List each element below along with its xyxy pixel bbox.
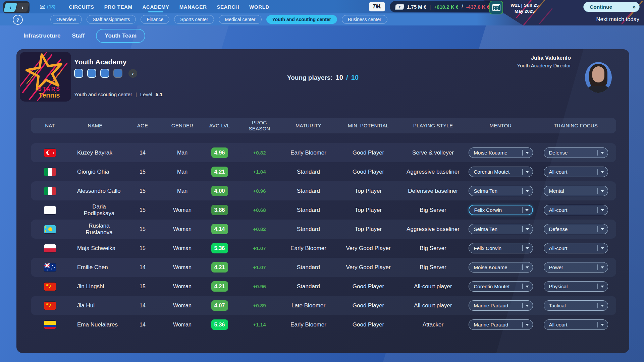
nav-world[interactable]: WORLD — [249, 0, 269, 13]
player-row-jin-lingshi[interactable]: Jin Lingshi15Woman4.21+0.96StandardGood … — [31, 277, 616, 296]
help-button[interactable]: ? — [13, 15, 23, 25]
training-focus-dropdown[interactable]: All-court — [544, 243, 608, 253]
tab-infrastructure[interactable]: Infrastructure — [23, 29, 61, 42]
col-header-maturity: MATURITY — [280, 123, 336, 128]
mentor-dropdown-value: Moise Kouame — [474, 150, 520, 156]
min-potential-cell: Top Player — [336, 207, 400, 214]
prog-season-cell: +0.89 — [238, 303, 280, 308]
australia-flag-icon — [44, 263, 56, 272]
chevron-down-icon — [525, 209, 529, 211]
prog-season-cell: +0.82 — [238, 226, 280, 232]
tab-staff[interactable]: Staff — [72, 29, 85, 42]
nav-manager[interactable]: MANAGER — [179, 0, 207, 13]
avg-level-cell: 4.07 — [201, 300, 238, 311]
player-row-kuzey-bayrak[interactable]: Kuzey Bayrak14Man4.96+0.82Early BloomerG… — [31, 143, 616, 162]
player-row-maja-schweika[interactable]: Maja Schweika15Woman5.36+1.07Early Bloom… — [31, 239, 616, 258]
continue-label: Continue — [590, 4, 612, 10]
training-focus-dropdown-value: All-court — [549, 169, 595, 175]
training-focus-dropdown[interactable]: Tactical — [544, 300, 608, 311]
player-row-giorgio-ghia[interactable]: Giorgio Ghia15Man4.21+1.04StandardGood P… — [31, 162, 616, 181]
forward-button[interactable]: › — [16, 3, 30, 12]
mentor-dropdown-value: Corentin Moutet — [474, 284, 520, 289]
chevron-down-icon — [601, 209, 604, 211]
dropdown-divider — [597, 284, 598, 289]
col-header-age: AGE — [121, 123, 164, 128]
training-focus-cell: Defense — [535, 147, 616, 158]
tab-youth-team[interactable]: Youth Team — [96, 29, 145, 43]
nav-search[interactable]: SEARCH — [217, 0, 239, 13]
player-age: 14 — [121, 322, 164, 328]
player-row-ruslana-ruslanova[interactable]: Ruslana Ruslanova15Woman4.14+0.82Standar… — [31, 220, 616, 239]
mentor-dropdown[interactable]: Felix Corwin — [469, 205, 533, 215]
training-focus-dropdown-value: All-court — [549, 322, 595, 327]
subnav-finance[interactable]: Finance — [141, 15, 169, 24]
dropdown-divider — [597, 264, 598, 270]
prog-season-cell: +0.96 — [238, 188, 280, 194]
training-focus-cell: All-court — [535, 243, 616, 253]
training-focus-dropdown[interactable]: Mental — [544, 186, 608, 196]
training-focus-dropdown[interactable]: All-court — [544, 167, 608, 177]
dropdown-divider — [597, 169, 598, 175]
mentor-dropdown[interactable]: Felix Corwin — [469, 243, 533, 253]
training-focus-dropdown[interactable]: All-court — [544, 205, 608, 215]
prog-season-value: +0.96 — [253, 188, 266, 194]
back-button[interactable]: ‹ — [4, 3, 17, 12]
mentor-cell: Moise Kouame — [466, 147, 535, 158]
inbox-button[interactable]: ✉ (18) — [40, 0, 56, 13]
training-focus-dropdown[interactable]: Physical — [544, 281, 608, 292]
subnav-medical-center[interactable]: Medical center — [219, 15, 261, 24]
young-players-label: Young players: — [287, 74, 333, 81]
player-gender: Man — [164, 188, 201, 194]
subnav-business-center[interactable]: Business center — [342, 15, 387, 24]
subnav-overview[interactable]: Overview — [50, 15, 82, 24]
nat-cell — [31, 225, 69, 233]
player-row-jia-hui[interactable]: Jia Hui14Woman4.07+0.89Late BloomerGood … — [31, 296, 616, 315]
calendar-button[interactable] — [489, 1, 503, 14]
player-row-daria-podlipskaya[interactable]: Daria Podlipskaya15Woman3.86+0.68Standar… — [31, 200, 616, 220]
player-row-alessandro-gallo[interactable]: Alessandro Gallo15Man4.00+0.96StandardTo… — [31, 181, 616, 200]
colombia-flag-icon — [44, 321, 56, 329]
player-name: Ema Nuelalares — [69, 321, 121, 328]
mentor-dropdown[interactable]: Corentin Moutet — [469, 281, 533, 292]
mentor-dropdown[interactable]: Selma Ten — [469, 224, 533, 234]
kazakhstan-flag-icon — [44, 225, 56, 233]
nav-pro-team[interactable]: PRO TEAM — [104, 0, 132, 13]
min-potential-cell: Good Player — [336, 149, 400, 156]
chevron-down-icon — [601, 286, 604, 288]
playing-style-cell: Attacker — [400, 321, 466, 328]
training-focus-dropdown[interactable]: All-court — [544, 319, 608, 330]
mentor-cell: Marine Partaud — [466, 319, 535, 330]
finance-summary[interactable]: € 1.75 M € | +610.2 K € / -437.6 K € — [390, 1, 496, 12]
subnav-youth-and-scouting-center[interactable]: Youth and scouting center — [266, 15, 337, 24]
academy-level-line: Youth and scouting center | Level 5.1 — [74, 92, 163, 97]
chevron-down-icon — [526, 305, 529, 307]
mentor-dropdown[interactable]: Corentin Moutet — [469, 167, 533, 177]
subnav-sports-center[interactable]: Sports center — [174, 15, 214, 24]
mentor-dropdown[interactable]: Moise Kouame — [469, 262, 533, 273]
player-gender: Woman — [164, 226, 201, 232]
mentor-cell: Felix Corwin — [466, 205, 535, 215]
mentor-dropdown[interactable]: Marine Partaud — [469, 300, 533, 311]
player-row-ema-nuelalares[interactable]: Ema Nuelalares14Woman5.36+1.14Early Bloo… — [31, 315, 616, 334]
mentor-dropdown-value: Selma Ten — [474, 188, 520, 194]
mentor-dropdown[interactable]: Marine Partaud — [469, 319, 533, 330]
mentor-dropdown-value: Felix Corwin — [474, 207, 520, 213]
player-row-emilie-chen[interactable]: Emilie Chen14Woman4.21+1.07StandardVery … — [31, 258, 616, 277]
nat-cell — [31, 187, 69, 195]
training-focus-dropdown[interactable]: Power — [544, 262, 608, 273]
mentor-dropdown[interactable]: Selma Ten — [469, 186, 533, 196]
china-flag-icon — [44, 302, 56, 310]
nav-academy[interactable]: ACADEMY — [143, 0, 169, 13]
training-focus-dropdown[interactable]: Defense — [544, 147, 608, 158]
mentor-dropdown[interactable]: Moise Kouame — [469, 147, 533, 158]
nav-circuits[interactable]: CIRCUITS — [69, 0, 94, 13]
training-focus-dropdown[interactable]: Defense — [544, 224, 608, 234]
avg-level-cell: 4.21 — [201, 262, 238, 273]
continue-button[interactable]: Continue » — [583, 2, 640, 12]
training-focus-dropdown-value: Power — [549, 264, 595, 270]
subnav-staff-assignments[interactable]: Staff assignments — [87, 15, 136, 24]
player-name: Jia Hui — [69, 302, 121, 309]
director-role: Youth Academy Director — [517, 63, 571, 68]
turkey-flag-icon — [44, 149, 56, 157]
avg-level-badge: 4.21 — [211, 281, 228, 292]
